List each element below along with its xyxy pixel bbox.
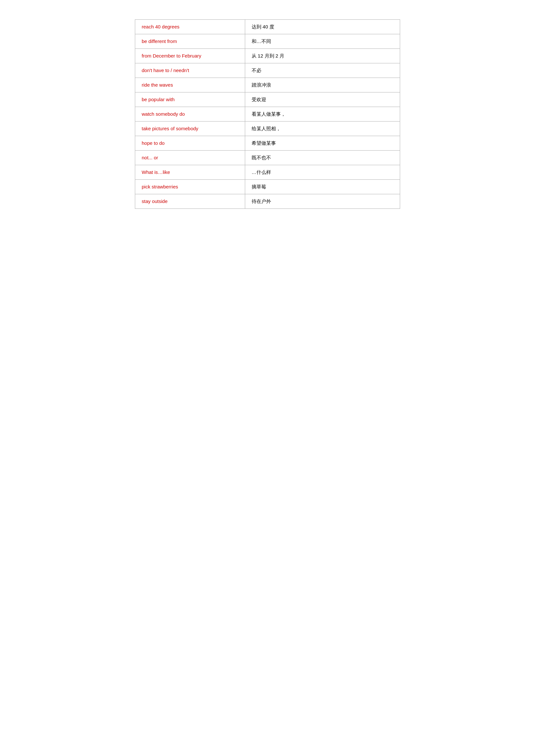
table-row: don't have to / needn't不必 <box>135 63 400 78</box>
table-row: not... or既不也不 <box>135 150 400 165</box>
english-phrase: be different from <box>135 34 245 49</box>
english-phrase: watch somebody do <box>135 107 245 122</box>
vocabulary-table: reach 40 degrees达到 40 度be different from… <box>135 19 400 209</box>
chinese-translation: 从 12 月到 2 月 <box>245 49 400 63</box>
table-row: watch somebody do看某人做某事， <box>135 107 400 122</box>
table-row: hope to do希望做某事 <box>135 136 400 150</box>
table-row: be different from和…不同 <box>135 34 400 49</box>
english-phrase: from December to February <box>135 49 245 63</box>
chinese-translation: 看某人做某事， <box>245 107 400 122</box>
table-row: pick strawberries摘草莓 <box>135 180 400 194</box>
chinese-translation: 不必 <box>245 63 400 78</box>
chinese-translation: 达到 40 度 <box>245 20 400 34</box>
table-row: reach 40 degrees达到 40 度 <box>135 20 400 34</box>
table-row: ride the waves踏浪冲浪 <box>135 78 400 93</box>
chinese-translation: …什么样 <box>245 165 400 180</box>
english-phrase: ride the waves <box>135 78 245 93</box>
english-phrase: What is…like <box>135 165 245 180</box>
chinese-translation: 希望做某事 <box>245 136 400 150</box>
english-phrase: don't have to / needn't <box>135 63 245 78</box>
english-phrase: reach 40 degrees <box>135 20 245 34</box>
chinese-translation: 和…不同 <box>245 34 400 49</box>
chinese-translation: 踏浪冲浪 <box>245 78 400 93</box>
english-phrase: be popular with <box>135 93 245 107</box>
chinese-translation: 给某人照相， <box>245 122 400 136</box>
table-row: stay outside待在户外 <box>135 194 400 209</box>
english-phrase: take pictures of somebody <box>135 122 245 136</box>
english-phrase: stay outside <box>135 194 245 209</box>
table-row: take pictures of somebody给某人照相， <box>135 122 400 136</box>
english-phrase: pick strawberries <box>135 180 245 194</box>
table-row: be popular with受欢迎 <box>135 93 400 107</box>
chinese-translation: 摘草莓 <box>245 180 400 194</box>
chinese-translation: 既不也不 <box>245 150 400 165</box>
table-row: from December to February从 12 月到 2 月 <box>135 49 400 63</box>
chinese-translation: 受欢迎 <box>245 93 400 107</box>
chinese-translation: 待在户外 <box>245 194 400 209</box>
table-row: What is…like…什么样 <box>135 165 400 180</box>
english-phrase: hope to do <box>135 136 245 150</box>
english-phrase: not... or <box>135 150 245 165</box>
